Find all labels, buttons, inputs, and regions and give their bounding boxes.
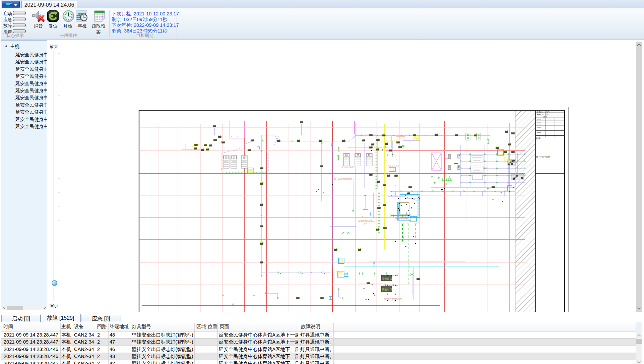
svg-text:安全出口: 安全出口 — [382, 288, 392, 291]
svg-text:安全出口疏散灯: 安全出口疏散灯 — [341, 166, 356, 168]
svg-text:疏散指示标志灯说明: 疏散指示标志灯说明 — [384, 297, 402, 300]
svg-text:电气: 电气 — [546, 111, 550, 113]
svg-text:地下车库消防疏散指示: 地下车库消防疏散指示 — [334, 178, 354, 180]
svg-text:AL-2: AL-2 — [483, 167, 488, 169]
svg-text:审核人员: 审核人员 — [537, 113, 543, 115]
svg-text:图 纸: 图 纸 — [543, 116, 547, 118]
svg-text:设计: 设计 — [546, 113, 550, 115]
svg-text:0 4: 0 4 — [393, 184, 396, 187]
svg-text:≡□: ≡□ — [386, 172, 389, 174]
svg-text:图例:: 图例: — [536, 137, 541, 140]
svg-text:应急照明配电箱: 应急照明配电箱 — [395, 217, 409, 220]
svg-text:0 4: 0 4 — [364, 223, 368, 225]
svg-text:备用照明配电箱AL: 备用照明配电箱AL — [358, 220, 375, 223]
svg-text:安全出口: 安全出口 — [382, 277, 392, 280]
svg-text:建筑设计: 建筑设计 — [536, 111, 543, 113]
svg-text:疏散标志灯具: 疏散标志灯具 — [388, 165, 400, 168]
svg-text:地下一层平面图: 地下一层平面图 — [536, 156, 550, 158]
